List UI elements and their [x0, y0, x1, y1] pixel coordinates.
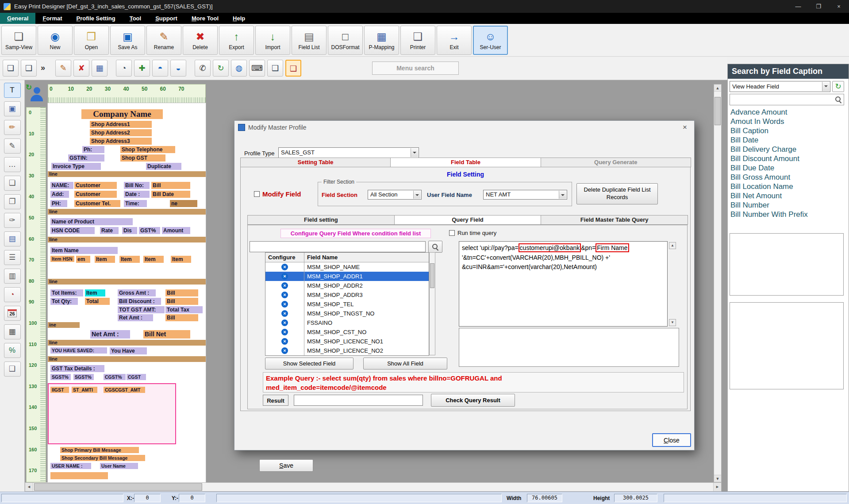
minimize-icon[interactable]: —	[788, 0, 808, 13]
canvas-vertical-scrollbar[interactable]: ▲ ▼	[714, 84, 722, 482]
field-caption-item[interactable]: Bill Gross Amount	[730, 173, 845, 182]
template-field[interactable]: Bill Discount :	[118, 298, 161, 305]
field-row-msm-shop-addr2[interactable]: ×MSM_SHOP_ADDR2	[265, 281, 429, 290]
field-caption-item[interactable]: Bill Number With Prefix	[730, 210, 845, 219]
scroll-right-icon[interactable]: ►	[713, 483, 721, 491]
globe-icon[interactable]: ◍	[231, 60, 247, 77]
remove-field-icon[interactable]: ×	[281, 310, 288, 317]
template-field[interactable]: Bill	[151, 182, 190, 189]
toolbar-button-import[interactable]: ↓Import	[255, 26, 290, 55]
profile-type-select[interactable]: SALES_GST	[278, 147, 419, 158]
template-field[interactable]: Duplicate	[146, 163, 181, 170]
toolbar-button-export[interactable]: ↑Export	[219, 26, 254, 55]
template-field[interactable]: Item HSN	[50, 256, 74, 262]
tab-field-table[interactable]: Field Table	[390, 158, 541, 167]
toolbar-button-save-as[interactable]: ▣Save As	[110, 26, 145, 55]
pen-tool-icon[interactable]: ✎	[4, 139, 21, 154]
show-selected-field-button[interactable]: Show Selected Field	[265, 358, 353, 369]
template-field[interactable]: Item	[143, 256, 164, 263]
dialog-close-icon[interactable]: ×	[680, 123, 690, 132]
pencil-tool-icon[interactable]: ✏	[4, 120, 21, 135]
template-field[interactable]: Item	[119, 256, 140, 263]
template-field[interactable]: User Name	[100, 463, 138, 469]
field-row-msm-shop-addr1[interactable]: ×MSM_SHOP_ADDR1	[265, 272, 429, 281]
menu-item-more-tool[interactable]: More Tool	[184, 13, 226, 24]
quick-print-icon[interactable]: ❑	[21, 60, 37, 77]
template-field[interactable]: HSN CODE	[50, 227, 95, 234]
toolbar-button-exit[interactable]: →Exit	[437, 26, 472, 55]
field-row-msm-shop-tngst-no[interactable]: ×MSM_SHOP_TNGST_NO	[265, 309, 429, 318]
menu-search-input[interactable]	[372, 62, 459, 75]
field-filter-button[interactable]	[428, 241, 442, 253]
refresh-icon[interactable]: ↻	[832, 81, 844, 92]
template-field[interactable]: Item	[171, 256, 191, 263]
remove-field-icon[interactable]: ×	[281, 292, 288, 298]
template-field[interactable]: Net Amt :	[90, 330, 130, 339]
menu-item-profile-setting[interactable]: Profile Setting	[69, 13, 123, 24]
template-field[interactable]: Bill	[165, 298, 198, 305]
toolbar-button-printer[interactable]: ❑Printer	[400, 26, 435, 55]
template-field[interactable]: Time:	[124, 200, 147, 207]
field-caption-item[interactable]: Bill Date	[730, 135, 845, 145]
toolbar-button-dosformat[interactable]: □DOSFormat	[328, 26, 363, 55]
menu-item-format[interactable]: Format	[35, 13, 69, 24]
remove-field-icon[interactable]: ×	[281, 301, 288, 308]
numbered-list-icon[interactable]: ☰	[4, 250, 21, 265]
remove-field-icon[interactable]: ×	[281, 264, 288, 270]
template-field[interactable]: Ret Amt :	[118, 314, 153, 321]
remove-field-icon[interactable]: ×	[281, 273, 288, 280]
template-field[interactable]: Bill Date	[151, 191, 190, 198]
percent-tool-icon[interactable]: %	[4, 343, 21, 358]
edit-template-icon[interactable]: ✎	[55, 60, 71, 77]
template-field[interactable]: Shop GST	[120, 154, 165, 162]
field-caption-item[interactable]: Bill Location Name	[730, 182, 845, 191]
scroll-down-icon[interactable]: ▼	[714, 475, 721, 482]
phone-icon[interactable]: ✆	[195, 60, 211, 77]
check-query-result-button[interactable]: Check Query Result	[431, 394, 515, 407]
template-field[interactable]: Bill Net	[143, 330, 190, 339]
field-caption-item[interactable]: Advance Amount	[730, 108, 845, 117]
keyboard-icon[interactable]: ⌨	[249, 60, 265, 77]
template-field[interactable]: IIGST	[50, 387, 69, 393]
query-scroll-up-icon[interactable]: ▲	[669, 242, 676, 249]
menu-item-general[interactable]: General	[0, 13, 35, 24]
template-line[interactable]: line	[48, 171, 206, 177]
chevron-down-icon[interactable]	[413, 191, 421, 199]
page-tool-icon[interactable]: ❏	[4, 176, 21, 191]
chevron-down-icon[interactable]	[822, 82, 830, 91]
remove-field-icon[interactable]: ×	[281, 338, 288, 345]
field-caption-item[interactable]: Bill Number	[730, 200, 845, 210]
template-field[interactable]: Ph:	[82, 146, 104, 153]
user-field-name-select[interactable]: NET AMT	[483, 190, 567, 200]
table-tool-icon[interactable]: ▥	[4, 269, 21, 284]
vertical-scroll-thumb[interactable]	[715, 97, 721, 125]
toolbar-button-samp-view[interactable]: ❏Samp-View	[1, 26, 36, 55]
field-row-msm-shop-tel[interactable]: ×MSM_SHOP_TEL	[265, 300, 429, 309]
field-caption-item[interactable]: Bill Caption	[730, 126, 845, 135]
pointer-rotate-icon[interactable]: ↻	[27, 85, 47, 106]
template-field[interactable]: Name of Product	[50, 218, 133, 225]
template-page[interactable]: Company NameShop Address1Shop Address2Sh…	[48, 103, 206, 482]
template-field[interactable]: Total	[85, 298, 110, 305]
dots-tool-icon[interactable]: …	[4, 157, 21, 172]
toolbar-button-ser-user[interactable]: ☺Ser-User	[473, 26, 508, 55]
template-field[interactable]: Shop Address3	[90, 138, 152, 145]
template-line[interactable]: line	[48, 237, 206, 242]
field-caption-item[interactable]: Bill Net Amount	[730, 191, 845, 200]
upload-icon[interactable]: ◓	[152, 60, 168, 77]
template-field[interactable]: Total Tax	[165, 306, 203, 313]
template-field[interactable]: em	[76, 256, 90, 263]
template-field[interactable]: NAME:	[50, 182, 73, 189]
field-caption-item[interactable]: Bill Delivery Charge	[730, 145, 845, 154]
menu-item-support[interactable]: Support	[148, 13, 184, 24]
delete-format-icon[interactable]: ✘	[73, 60, 89, 77]
copy-page-icon[interactable]: ❐	[4, 194, 21, 209]
runtime-query-checkbox[interactable]: Run time query	[449, 230, 496, 236]
remove-field-icon[interactable]: ×	[281, 319, 288, 326]
scroll-up-icon[interactable]: ▲	[714, 85, 721, 92]
scroll-left-icon[interactable]: ◄	[25, 483, 33, 491]
tab-setting-table[interactable]: Setting Table	[240, 158, 391, 167]
template-field[interactable]: Gross Amt :	[118, 289, 156, 296]
tab-field-setting[interactable]: Field setting	[247, 215, 395, 225]
template-field[interactable]: CGST%	[104, 374, 126, 380]
